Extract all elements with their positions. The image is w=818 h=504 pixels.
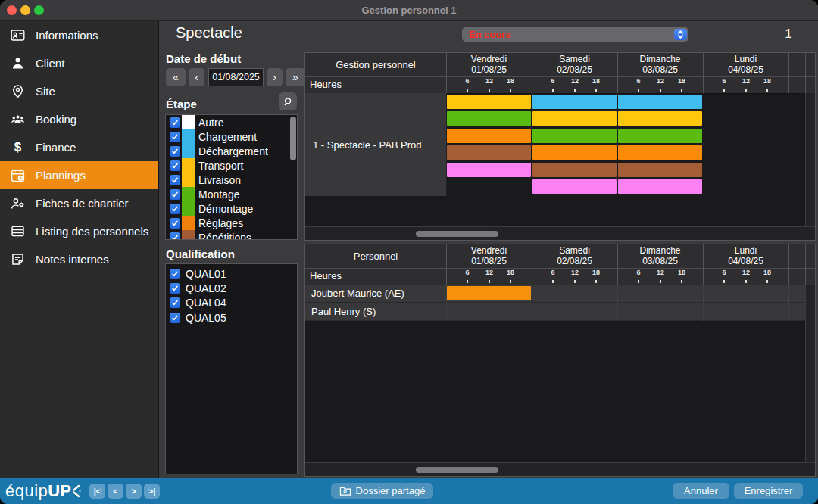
etape-row: Autre — [166, 115, 297, 129]
hour-tick-label: 12 — [571, 269, 579, 276]
gantt-group-row[interactable]: 1 - Spectacle - PAB Prod — [305, 93, 446, 196]
calendar-clock-icon — [10, 167, 26, 183]
sidebar-item-label: Finance — [36, 141, 76, 154]
sidebar-item-finance[interactable]: $ Finance — [0, 133, 158, 161]
checkbox-checked[interactable] — [170, 175, 180, 185]
record-prev-button[interactable]: < — [108, 484, 123, 499]
gantt-bar[interactable] — [532, 145, 617, 160]
date-first-button[interactable]: « — [166, 68, 186, 86]
etape-row: Réglages — [166, 216, 297, 230]
etape-color-swatch — [182, 115, 195, 129]
dollar-icon: $ — [10, 139, 26, 155]
sidebar-item-site[interactable]: Site — [0, 77, 158, 105]
checkbox-checked[interactable] — [170, 269, 180, 279]
sidebar-item-listing-des-personnels[interactable]: Listing des personnels — [0, 217, 158, 245]
record-last-button[interactable]: >| — [144, 484, 160, 499]
note-icon — [10, 251, 26, 267]
etape-label: Étape — [166, 98, 197, 110]
sidebar-item-label: Client — [36, 57, 64, 70]
search-button[interactable] — [279, 92, 297, 110]
checkbox-checked[interactable] — [170, 117, 180, 128]
qualification-row: QUAL01 — [166, 266, 297, 281]
sidebar-item-label: Notes internes — [36, 253, 109, 266]
date-last-button[interactable]: » — [286, 68, 305, 86]
gantt-bar[interactable] — [532, 95, 617, 109]
personnel-row[interactable]: Joubert Maurice (AE) — [305, 285, 805, 303]
horizontal-scrollbar-thumb[interactable] — [416, 467, 498, 473]
gantt-bar[interactable] — [532, 179, 617, 194]
etape-row: Démontage — [166, 201, 297, 216]
hour-tick-label: 6 — [636, 269, 640, 276]
list-icon — [10, 223, 26, 239]
record-next-button[interactable]: > — [126, 484, 142, 499]
gantt-bar[interactable] — [618, 111, 702, 126]
gantt-bar[interactable] — [618, 145, 702, 160]
etape-list: Autre Chargement Déchargement Transport … — [165, 114, 298, 240]
sidebar-item-plannings[interactable]: Plannings — [0, 161, 158, 189]
title-bar: Gestion personnel 1 — [0, 0, 818, 21]
hour-tick-label: 6 — [465, 77, 469, 85]
hour-tick-label: 18 — [678, 269, 685, 276]
etape-color-swatch — [182, 230, 195, 240]
horizontal-scrollbar-track — [305, 462, 815, 476]
gantt-bar[interactable] — [447, 286, 531, 300]
gantt-bar[interactable] — [618, 163, 702, 177]
checkbox-checked[interactable] — [170, 283, 180, 294]
date-input[interactable] — [208, 68, 264, 86]
checkbox-checked[interactable] — [170, 232, 180, 241]
etape-color-swatch — [182, 144, 195, 158]
horizontal-scrollbar-thumb[interactable] — [416, 231, 498, 237]
checkbox-checked[interactable] — [170, 189, 180, 200]
gantt-bar[interactable] — [447, 163, 531, 177]
record-first-button[interactable]: |< — [89, 484, 105, 499]
etape-color-swatch — [182, 216, 195, 230]
gantt-bar[interactable] — [618, 179, 702, 194]
gantt-bar[interactable] — [532, 111, 617, 126]
equipup-logo: équipUP — [5, 481, 81, 501]
checkbox-checked[interactable] — [170, 218, 180, 229]
sidebar-item-client[interactable]: Client — [0, 49, 158, 77]
etape-row: Livraison — [166, 173, 297, 187]
sidebar-item-label: Site — [36, 85, 55, 98]
gantt-bar[interactable] — [447, 129, 531, 143]
gantt-bar[interactable] — [532, 129, 617, 143]
sidebar-item-label: Fiches de chantier — [36, 197, 129, 210]
gantt-bar[interactable] — [447, 145, 531, 160]
personnel-row[interactable]: Paul Henry (S) — [305, 303, 805, 321]
status-dropdown[interactable]: En cours — [462, 27, 688, 42]
gantt-bar[interactable] — [618, 95, 702, 109]
sidebar-item-label: Booking — [36, 113, 76, 126]
date-next-button[interactable]: › — [267, 68, 283, 86]
save-button[interactable]: Enregistrer — [734, 483, 803, 499]
sidebar-item-fiches-de-chantier[interactable]: Fiches de chantier — [0, 189, 158, 217]
hour-tick-label: 18 — [763, 269, 771, 276]
hour-tick-label: 6 — [636, 77, 640, 85]
gantt-bar[interactable] — [532, 163, 617, 177]
checkbox-checked[interactable] — [170, 160, 180, 171]
cancel-button[interactable]: Annuler — [673, 483, 729, 499]
sidebar-item-booking[interactable]: Booking — [0, 105, 158, 133]
gantt-corner-label: Personnel — [305, 244, 446, 268]
checkbox-checked[interactable] — [170, 204, 180, 214]
date-prev-button[interactable]: ‹ — [189, 68, 204, 86]
checkbox-checked[interactable] — [170, 132, 180, 142]
sidebar-item-notes-internes[interactable]: Notes internes — [0, 245, 158, 273]
checkbox-checked[interactable] — [170, 146, 180, 157]
footer-bar: équipUP |< < > >| Dossier partagé Annule… — [0, 478, 818, 504]
etape-color-swatch — [182, 129, 195, 144]
etape-scrollbar[interactable] — [290, 117, 296, 160]
sidebar-item-informations[interactable]: Informations — [0, 21, 158, 49]
gantt-bar[interactable] — [447, 111, 531, 126]
gantt-bar[interactable] — [447, 95, 531, 109]
day-header: Dimanche03/08/25 — [617, 54, 703, 75]
qualification-label: Qualification — [166, 247, 235, 260]
sidebar-item-label: Listing des personnels — [36, 225, 148, 238]
person-icon — [10, 55, 26, 71]
hour-tick-label: 12 — [657, 77, 664, 85]
checkbox-checked[interactable] — [170, 297, 180, 308]
checkbox-checked[interactable] — [170, 313, 180, 323]
gantt-bar[interactable] — [618, 129, 702, 143]
shared-folder-button[interactable]: Dossier partagé — [331, 483, 433, 499]
day-header: Samedi02/08/25 — [532, 54, 617, 75]
people-icon — [10, 111, 26, 127]
